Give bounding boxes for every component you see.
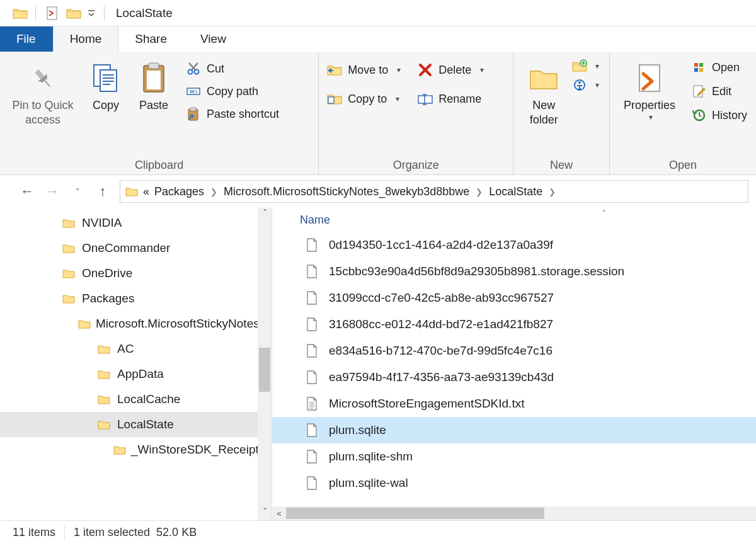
scissors-icon bbox=[186, 62, 200, 76]
tab-home[interactable]: Home bbox=[53, 26, 119, 52]
nav-recent-button[interactable]: ˅ bbox=[69, 187, 86, 197]
tab-file[interactable]: File bbox=[0, 26, 53, 52]
tree-item[interactable]: LocalState bbox=[0, 412, 258, 437]
folder-icon bbox=[60, 268, 77, 279]
chevron-down-icon: ▾ bbox=[394, 66, 401, 74]
file-row[interactable]: MicrosoftStoreEngagementSDKId.txt bbox=[272, 391, 756, 417]
easy-access-button[interactable]: ▾ bbox=[573, 78, 599, 92]
file-row[interactable]: 15cbbc93e90a4d56bf8d9a29305b8981.storage… bbox=[272, 258, 756, 285]
chevron-down-icon: ▾ bbox=[593, 62, 599, 71]
sort-indicator-icon[interactable]: ˄ bbox=[602, 209, 606, 218]
chevron-right-icon[interactable]: ❯ bbox=[474, 187, 484, 197]
qat-customize-icon[interactable] bbox=[86, 8, 96, 18]
svg-rect-6 bbox=[149, 63, 159, 69]
chevron-right-icon[interactable]: ❯ bbox=[209, 187, 219, 197]
group-open: Properties ▾ Open Edit History Open bbox=[610, 52, 756, 174]
folder-icon bbox=[60, 242, 77, 254]
file-icon bbox=[304, 238, 320, 252]
tree-item[interactable]: Packages bbox=[0, 286, 258, 311]
svg-rect-20 bbox=[694, 63, 698, 67]
tree-item[interactable]: NVIDIA bbox=[0, 210, 258, 236]
file-icon bbox=[304, 344, 320, 358]
file-row[interactable]: 316808cc-e012-44dd-bd72-e1ad421fb827 bbox=[272, 311, 756, 338]
scroll-thumb[interactable] bbox=[259, 348, 270, 392]
breadcrumb-seg[interactable]: Packages bbox=[154, 185, 204, 198]
paste-shortcut-icon bbox=[186, 107, 200, 121]
copy-icon bbox=[91, 60, 120, 96]
move-to-icon bbox=[328, 63, 341, 77]
file-row[interactable]: plum.sqlite-shm bbox=[272, 443, 756, 470]
column-header-name[interactable]: Name bbox=[272, 208, 756, 232]
copy-path-button[interactable]: W:\ Copy path bbox=[183, 83, 283, 100]
tree-item[interactable]: OneCommander bbox=[0, 236, 258, 261]
group-new: New folder ▾ ▾ New bbox=[513, 52, 610, 174]
tree-scrollbar[interactable]: ˄ ˅ bbox=[258, 208, 272, 520]
scroll-up-icon[interactable]: ˄ bbox=[258, 208, 272, 222]
status-selection: 1 item selected bbox=[74, 526, 150, 539]
delete-button[interactable]: Delete▾ bbox=[415, 62, 488, 78]
paste-shortcut-button[interactable]: Paste shortcut bbox=[183, 106, 283, 122]
file-row[interactable]: e834a516-b712-470c-be7d-99d5fc4e7c16 bbox=[272, 338, 756, 364]
scroll-left-icon[interactable]: < bbox=[272, 509, 286, 518]
history-button[interactable]: History bbox=[688, 107, 751, 123]
tab-view[interactable]: View bbox=[184, 26, 243, 52]
nav-back-button[interactable]: ← bbox=[19, 183, 35, 200]
tree-item-label: Packages bbox=[82, 292, 134, 305]
nav-forward-button[interactable]: → bbox=[44, 183, 60, 200]
nav-up-button[interactable]: ↑ bbox=[94, 183, 111, 200]
file-name: plum.sqlite-wal bbox=[329, 476, 408, 490]
file-name: ea97594b-4f17-4356-aa73-ae93139cb43d bbox=[329, 370, 554, 384]
copy-to-button[interactable]: Copy to▾ bbox=[324, 91, 404, 107]
tree-item[interactable]: LocalCache bbox=[0, 387, 258, 412]
tree-item-label: OneDrive bbox=[82, 266, 132, 280]
rename-icon bbox=[418, 92, 432, 106]
file-row[interactable]: plum.sqlite-wal bbox=[272, 470, 756, 496]
properties-button[interactable]: Properties ▾ bbox=[615, 58, 684, 122]
tab-share[interactable]: Share bbox=[118, 26, 184, 52]
scroll-thumb[interactable] bbox=[286, 508, 544, 519]
rename-button[interactable]: Rename bbox=[415, 91, 488, 107]
navigation-bar: ← → ˅ ↑ « Packages ❯ Microsoft.Microsoft… bbox=[0, 175, 756, 208]
tree-item[interactable]: _WinStoreSDK_Receipts bbox=[0, 437, 258, 462]
tree-item[interactable]: OneDrive bbox=[0, 261, 258, 286]
file-row[interactable]: 31099ccd-c7e0-42c5-ab8e-ab93cc967527 bbox=[272, 285, 756, 311]
tree-item-label: LocalState bbox=[117, 418, 174, 431]
chevron-right-icon[interactable]: ❯ bbox=[547, 187, 557, 197]
svg-point-8 bbox=[188, 70, 193, 74]
tree-item[interactable]: AppData bbox=[0, 362, 258, 387]
list-h-scrollbar[interactable]: < bbox=[272, 506, 756, 520]
folder-icon bbox=[96, 394, 112, 405]
folder-icon bbox=[78, 318, 91, 329]
tree-item-label: LocalCache bbox=[117, 392, 180, 406]
open-icon bbox=[692, 60, 706, 74]
new-item-button[interactable]: ▾ bbox=[573, 59, 599, 73]
pin-to-quick-access-button[interactable]: Pin to Quick access bbox=[5, 58, 81, 127]
status-size: 52.0 KB bbox=[156, 526, 197, 539]
qat-properties-icon[interactable] bbox=[43, 4, 61, 22]
file-name: MicrosoftStoreEngagementSDKId.txt bbox=[329, 397, 524, 411]
open-button[interactable]: Open bbox=[688, 59, 751, 76]
scroll-down-icon[interactable]: ˅ bbox=[258, 506, 272, 520]
status-item-count: 11 items bbox=[0, 525, 65, 541]
file-row[interactable]: plum.sqlite bbox=[272, 417, 756, 443]
cut-button[interactable]: Cut bbox=[183, 60, 283, 77]
chevron-down-icon: ▾ bbox=[393, 94, 399, 103]
chevron-down-icon: ▾ bbox=[478, 66, 484, 74]
address-bar[interactable]: « Packages ❯ Microsoft.MicrosoftStickyNo… bbox=[120, 180, 748, 203]
copy-button[interactable]: Copy bbox=[84, 58, 127, 113]
pin-icon bbox=[30, 60, 56, 96]
breadcrumb-seg[interactable]: LocalState bbox=[489, 185, 542, 198]
new-folder-button[interactable]: New folder bbox=[518, 58, 569, 127]
easy-access-icon bbox=[573, 78, 587, 92]
qat-newfolder-icon[interactable] bbox=[65, 4, 83, 22]
breadcrumb-seg[interactable]: Microsoft.MicrosoftStickyNotes_8wekyb3d8… bbox=[224, 185, 469, 198]
file-row[interactable]: ea97594b-4f17-4356-aa73-ae93139cb43d bbox=[272, 364, 756, 391]
file-icon bbox=[304, 317, 320, 331]
file-row[interactable]: 0d194350-1cc1-4164-a2d4-d2e137a0a39f bbox=[272, 232, 756, 258]
nav-tree: NVIDIAOneCommanderOneDrivePackagesMicros… bbox=[0, 208, 272, 520]
move-to-button[interactable]: Move to▾ bbox=[324, 62, 404, 78]
paste-button[interactable]: Paste bbox=[131, 58, 176, 113]
tree-item[interactable]: AC bbox=[0, 336, 258, 362]
edit-button[interactable]: Edit bbox=[688, 83, 751, 100]
tree-item[interactable]: Microsoft.MicrosoftStickyNotes_8wekyb3d8… bbox=[0, 311, 258, 336]
